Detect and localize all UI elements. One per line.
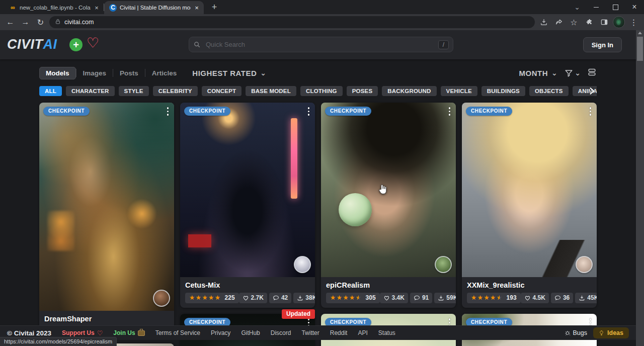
browser-menu-icon[interactable]: ⋮ — [627, 16, 640, 29]
star-rating: ★★★★★★★★★★ — [471, 295, 503, 301]
footer-link-privacy[interactable]: Privacy — [211, 329, 230, 336]
model-card[interactable]: CHECKPOINTCetus-Mix★★★★★★★★★★2252.7K4238… — [180, 103, 315, 308]
civitai-c: C — [109, 4, 117, 12]
address-bar[interactable]: civitai.com — [49, 16, 535, 28]
bugs-link[interactable]: Bugs — [565, 329, 588, 336]
quick-search-bar[interactable]: / — [189, 37, 453, 52]
model-card-wrap: CHECKPOINTepiCRealism★★★★★★★★★★3053.4K91… — [321, 103, 456, 308]
sign-in-button[interactable]: Sign In — [583, 37, 622, 52]
model-type-badge[interactable]: CHECKPOINT — [325, 107, 371, 116]
model-type-badge[interactable]: CHECKPOINT — [184, 107, 230, 116]
browse-nav-row: ModelsImagesPostsArticles HIGHEST RATED … — [39, 65, 597, 80]
tab-models[interactable]: Models — [39, 67, 76, 79]
card-column: CHECKPOINTXXMix_9realistic★★★★★★★★★★1934… — [462, 103, 597, 346]
creator-avatar[interactable] — [576, 256, 593, 273]
rating-count: 225 — [225, 294, 235, 301]
page-scrollbar[interactable] — [636, 30, 644, 346]
search-input[interactable] — [205, 40, 438, 49]
maximize-button[interactable] — [606, 0, 625, 14]
lock-icon — [55, 19, 61, 26]
scrollbar-up-arrow[interactable] — [638, 32, 642, 34]
model-card[interactable]: CHECKPOINTXXMix_9realistic★★★★★★★★★★1934… — [462, 103, 597, 308]
card-menu-icon[interactable] — [590, 107, 592, 116]
close-window-button[interactable]: × — [625, 0, 644, 14]
sort-dropdown[interactable]: HIGHEST RATED ⌄ — [192, 69, 266, 77]
forward-button[interactable]: → — [19, 16, 32, 29]
category-pill-all[interactable]: ALL — [39, 86, 62, 96]
footer-link-github[interactable]: GitHub — [241, 329, 260, 336]
model-card[interactable]: CHECKPOINTepiCRealism★★★★★★★★★★3053.4K91… — [321, 103, 456, 308]
category-pill-buildings[interactable]: BUILDINGS — [481, 86, 525, 96]
category-pill-character[interactable]: CHARACTER — [66, 86, 115, 96]
layout-toggle-icon[interactable] — [587, 67, 597, 79]
model-preview-image[interactable]: CHECKPOINT — [39, 103, 174, 311]
downloads-icon[interactable] — [537, 16, 550, 29]
rating-pill: ★★★★★★★★★★305 — [326, 293, 380, 303]
footer-link-twitter[interactable]: Twitter — [301, 329, 319, 336]
browser-tab[interactable]: ∞new_colab_file.ipynb - Colaborat× — [4, 1, 104, 14]
extensions-puzzle-icon[interactable] — [583, 16, 595, 29]
model-card[interactable]: CHECKPOINTDreamShaper — [39, 103, 174, 337]
footer-link-join-us[interactable]: Join Us — [113, 329, 144, 336]
scrollbar-thumb[interactable] — [637, 37, 643, 61]
model-type-badge[interactable]: CHECKPOINT — [466, 107, 512, 116]
back-button[interactable]: ← — [4, 16, 17, 29]
new-tab-button[interactable]: + — [208, 1, 221, 14]
lightbulb-icon — [599, 329, 604, 336]
filter-funnel-icon[interactable]: ⌄ — [564, 68, 581, 78]
updated-badge: Updated — [282, 309, 315, 319]
footer-link-support-us[interactable]: Support Us♡ — [62, 329, 103, 337]
model-preview-image[interactable]: CHECKPOINT — [321, 103, 456, 277]
footer-link-api[interactable]: API — [358, 329, 367, 336]
tab-articles[interactable]: Articles — [145, 67, 184, 79]
category-pill-objects[interactable]: OBJECTS — [529, 86, 569, 96]
browser-tab[interactable]: CCivitai | Stable Diffusion models,× — [104, 1, 204, 14]
category-pill-style[interactable]: STYLE — [119, 86, 149, 96]
tab-search-chevron-icon[interactable]: ⌄ — [568, 0, 587, 14]
tab-posts[interactable]: Posts — [113, 67, 145, 79]
tab-images[interactable]: Images — [76, 67, 113, 79]
card-menu-icon[interactable] — [449, 107, 451, 116]
category-pill-background[interactable]: BACKGROUND — [382, 86, 436, 96]
creator-avatar[interactable] — [435, 256, 452, 273]
creator-avatar[interactable] — [153, 290, 170, 307]
reload-button[interactable]: ↻ — [34, 16, 47, 29]
rating-pill: ★★★★★★★★★★225 — [185, 293, 239, 303]
period-dropdown[interactable]: MONTH ⌄ — [519, 69, 558, 77]
scroll-right-chevron-icon[interactable] — [587, 86, 597, 97]
browser-toolbar: ← → ↻ civitai.com ☆ ⋮ — [0, 14, 644, 30]
category-pill-concept[interactable]: CONCEPT — [202, 86, 242, 96]
ideas-button[interactable]: Ideas — [593, 327, 629, 338]
heart-icon: ♡ — [97, 329, 103, 337]
footer-link-status[interactable]: Status — [378, 329, 395, 336]
minimize-button[interactable] — [587, 0, 606, 14]
category-pill-celebrity[interactable]: CELEBRITY — [153, 86, 198, 96]
footer-link-terms-of-service[interactable]: Terms of Service — [155, 329, 200, 336]
favorites-heart-icon[interactable]: ♡ — [87, 35, 99, 51]
create-plus-button[interactable]: + — [69, 38, 83, 51]
card-menu-icon[interactable] — [308, 107, 310, 116]
model-preview-image[interactable]: CHECKPOINT — [462, 103, 597, 277]
card-menu-icon[interactable] — [167, 107, 169, 116]
category-pill-vehicle[interactable]: VEHICLE — [441, 86, 477, 96]
nav-right-controls: MONTH ⌄ ⌄ — [519, 67, 597, 79]
side-panel-icon[interactable] — [598, 16, 610, 29]
share-icon[interactable] — [552, 16, 565, 29]
colab-infinity: ∞ — [9, 4, 17, 12]
browser-profile-avatar[interactable] — [613, 16, 625, 28]
model-type-badge[interactable]: CHECKPOINT — [43, 107, 90, 116]
category-pill-clothing[interactable]: CLOTHING — [300, 86, 343, 96]
civitai-logo[interactable]: CIVITAI — [7, 36, 57, 52]
category-pill-base-model[interactable]: BASE MODEL — [246, 86, 296, 96]
category-pill-poses[interactable]: POSES — [347, 86, 378, 96]
creator-avatar[interactable] — [294, 256, 311, 273]
stat-group: 3.4K9159K — [380, 293, 456, 303]
footer-link-discord[interactable]: Discord — [271, 329, 291, 336]
period-label: MONTH — [519, 69, 548, 77]
tab-close-icon[interactable]: × — [193, 4, 201, 12]
model-preview-image[interactable]: CHECKPOINT — [180, 103, 315, 277]
model-stats-row: ★★★★★★★★★★1934.5K3645K — [467, 293, 592, 303]
bookmark-star-icon[interactable]: ☆ — [568, 16, 580, 29]
footer-link-reddit[interactable]: Reddit — [330, 329, 348, 336]
tab-close-icon[interactable]: × — [93, 4, 101, 12]
